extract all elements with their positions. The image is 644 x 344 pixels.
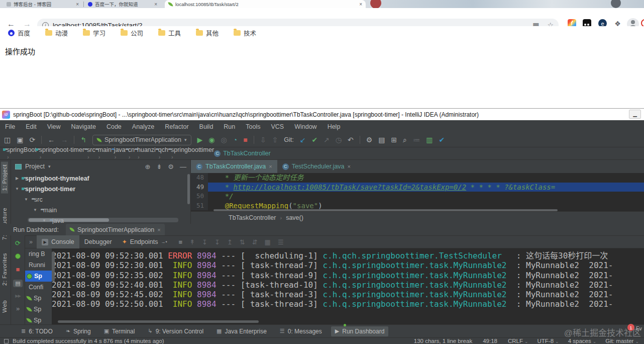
tab-debugger[interactable]: Debugger <box>79 235 117 248</box>
project-horizontal-scrollbar[interactable] <box>28 218 178 222</box>
breadcrumb-item[interactable]: cn <box>126 146 135 153</box>
close-icon[interactable]: × <box>348 163 351 169</box>
menu-item[interactable]: View <box>47 123 61 130</box>
menu-item[interactable]: VCS <box>271 123 284 130</box>
chevron-down-icon[interactable]: ▾ <box>48 164 51 169</box>
bottom-bar-item[interactable]: ↳ 9: Version Control <box>144 326 207 336</box>
bottom-bar-item[interactable]: ❧ Spring <box>62 326 95 336</box>
back-icon[interactable]: ← <box>48 136 55 143</box>
run-configuration-select[interactable]: SpringbootTimerApplication ▾ <box>92 135 191 145</box>
breadcrumb-item[interactable]: qch <box>156 146 168 153</box>
tree-row[interactable]: ▼ src <box>11 194 190 205</box>
tree-row[interactable]: ▼ main <box>11 205 190 215</box>
breadcrumb-item[interactable]: springboot-timer <box>37 146 84 153</box>
history-icon[interactable]: ◷ <box>336 136 342 143</box>
close-icon[interactable]: × <box>157 227 160 233</box>
open-icon[interactable]: ◫ <box>4 136 11 143</box>
menu-item[interactable]: Refactor <box>165 123 188 130</box>
bookmark-item[interactable]: 技术 <box>234 28 256 38</box>
soft-wrap-icon[interactable]: ≡ <box>175 238 186 246</box>
menu-item[interactable]: Edit <box>26 123 37 130</box>
status-widget[interactable]: 49:18 <box>483 338 499 344</box>
hide-icon[interactable]: — <box>180 163 186 170</box>
menu-item[interactable]: Tools <box>246 123 260 130</box>
debug-icon[interactable]: ◉ <box>208 136 214 143</box>
scroll-end-icon[interactable]: ↧ <box>211 238 224 246</box>
expand-icon[interactable]: ⇅ <box>236 238 249 246</box>
profiler-icon[interactable]: ◔ <box>233 136 237 143</box>
breadcrumb-item[interactable]: springBoot <box>4 146 37 153</box>
browser-tab-active[interactable]: localhost:10085/tbTask/start/2 × <box>165 0 366 8</box>
layout-settings-icon[interactable]: ▤ <box>13 280 22 287</box>
menu-item[interactable]: Help <box>328 123 341 130</box>
bookmark-item[interactable]: 动漫 <box>45 28 68 38</box>
browser-tab[interactable]: 博客后台 - 博客园 × <box>3 0 82 8</box>
bottom-bar-item[interactable]: ▣ Terminal <box>100 326 139 336</box>
run-dashboard-tree-row[interactable]: Sp <box>25 304 52 315</box>
run-dashboard-tree-row[interactable]: Confi <box>25 282 52 293</box>
menu-item[interactable]: Run <box>224 123 235 130</box>
bottom-bar-item[interactable]: ▦ Java Enterprise <box>212 326 271 336</box>
event-log-label[interactable]: Ev <box>636 326 642 331</box>
bookmark-item[interactable]: 百度 <box>8 28 30 38</box>
run-dashboard-tree-row[interactable]: Sp <box>25 315 52 324</box>
save-all-icon[interactable]: ▣ <box>17 136 23 143</box>
console-output[interactable]: 2021-08-09 09:52:30.001 ERROR 8984 --- [… <box>52 248 644 324</box>
status-widget[interactable]: Git: master⌄ <box>605 338 639 344</box>
debug-bug-icon[interactable] <box>15 253 21 259</box>
menu-item[interactable]: Window <box>294 123 316 130</box>
bookmark-item[interactable]: 其他 <box>196 28 219 38</box>
tool-window-button-web[interactable]: Web <box>1 298 8 315</box>
gear-icon[interactable]: ⚙ <box>168 163 174 170</box>
breadcrumb-method[interactable]: save() <box>286 214 303 221</box>
tree-row[interactable]: ▶ springboot-thymeleaf <box>11 173 190 184</box>
collapse-all-icon[interactable]: ⇟ <box>156 163 162 170</box>
bottom-bar-item[interactable]: ≣ 6: TODO <box>17 326 57 336</box>
close-icon[interactable]: × <box>154 2 157 7</box>
more-icon[interactable]: » <box>16 305 20 312</box>
tree-arrow-icon[interactable]: ▼ <box>32 208 38 212</box>
stop-icon[interactable]: ■ <box>16 266 20 273</box>
breadcrumb-item[interactable]: java <box>112 146 126 153</box>
filter-lines-icon[interactable]: ☰ <box>274 238 287 246</box>
bottom-bar-item[interactable]: ☰ 0: Messages <box>276 326 326 336</box>
menu-item[interactable]: File <box>5 123 15 130</box>
code-line[interactable]: 48 * 更新一个动态定时任务 <box>191 173 644 183</box>
editor-tab[interactable]: C TestScheduler.java × <box>277 160 356 173</box>
browser-tab[interactable]: 百度一下，你就知道 × <box>84 0 161 8</box>
menu-item[interactable]: Analyze <box>132 123 154 130</box>
code-check-icon[interactable]: ✔ <box>439 136 445 143</box>
run-dashboard-tab[interactable]: SpringbootTimerApplication × <box>66 224 165 235</box>
close-icon[interactable]: × <box>359 2 362 7</box>
run-dashboard-tree-row[interactable]: Sp <box>25 271 52 282</box>
down-arrow-icon[interactable]: ↧ <box>198 238 211 246</box>
run-dashboard-tree-row[interactable]: Sp <box>25 293 52 304</box>
thread-dump-icon[interactable]: ⇧ <box>272 136 278 143</box>
run-anything-icon[interactable]: ⊞ <box>391 136 397 143</box>
tool-window-button-favorites[interactable]: 2: Favorites <box>1 250 8 288</box>
minimize-button[interactable]: ▁ <box>629 110 641 119</box>
close-icon[interactable]: × <box>269 163 272 169</box>
menu-item[interactable]: Navigate <box>71 123 96 130</box>
activity-monitor-icon[interactable]: ▥ <box>426 136 433 143</box>
code-line[interactable]: 50 */ <box>191 192 644 201</box>
collapse-icon[interactable]: ⇵ <box>249 238 261 246</box>
stop-icon[interactable]: ■ <box>243 136 247 143</box>
resume-icon[interactable]: ▶▶ <box>15 294 20 298</box>
search-everywhere-icon[interactable]: ⌕ <box>403 136 407 143</box>
run-dashboard-tree-row[interactable]: ring B <box>25 248 52 260</box>
git-commit-icon[interactable]: ✔ <box>311 136 317 143</box>
breadcrumb-item[interactable]: main <box>95 146 112 153</box>
console-vertical-scrollbar[interactable] <box>52 251 55 282</box>
run-icon[interactable]: ▶ <box>197 136 203 143</box>
rollback-icon[interactable]: ↶ <box>348 136 354 143</box>
save-run-config-icon[interactable]: ≔ <box>413 136 420 143</box>
git-update-icon[interactable]: ↙ <box>300 136 306 143</box>
run-dashboard-tree-row[interactable]: Runni <box>25 260 52 271</box>
breadcrumb-item[interactable]: src <box>84 146 95 153</box>
tool-window-button-project[interactable]: 1: Project <box>1 162 8 194</box>
tree-arrow-icon[interactable]: ▼ <box>14 187 20 191</box>
breadcrumb-item[interactable]: springboottimer <box>168 146 214 153</box>
tree-row[interactable]: ▼ springboot-timer <box>11 184 190 194</box>
toolwindow-toggle-icon[interactable] <box>4 339 9 343</box>
